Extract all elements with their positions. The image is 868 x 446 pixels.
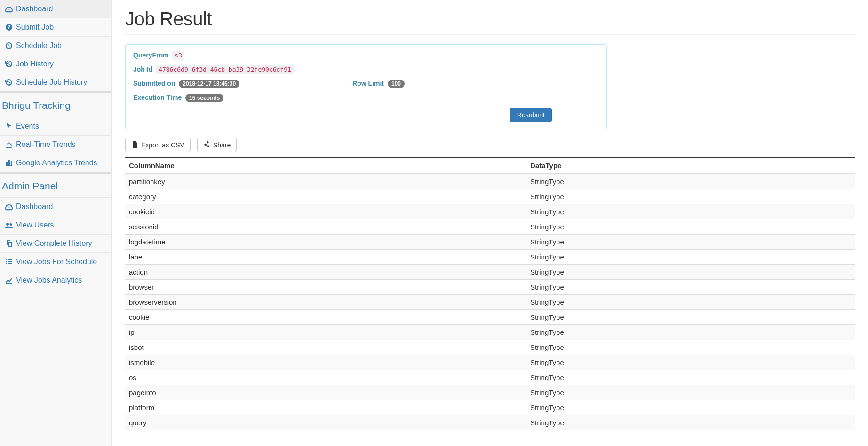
cell-columnname: action: [125, 265, 526, 280]
history-icon: [5, 60, 13, 68]
row-limit-value: 100: [388, 80, 405, 88]
share-button[interactable]: Share: [197, 138, 237, 152]
cell-datatype: StringType: [526, 340, 855, 355]
sidebar-item-view-users[interactable]: View Users: [0, 216, 111, 234]
cell-datatype: StringType: [526, 310, 855, 325]
sidebar-item-label: View Complete History: [16, 239, 92, 248]
table-row: platformStringType: [125, 400, 855, 415]
cell-datatype: StringType: [526, 250, 855, 265]
history-icon: [5, 79, 13, 86]
main-content: Job Result QueryFrom s3 Job Id 4786c6d9-…: [112, 0, 868, 446]
table-row: ipStringType: [125, 325, 855, 340]
table-row: osStringType: [125, 370, 855, 385]
share-label: Share: [213, 141, 231, 149]
gauge-icon: [5, 203, 13, 211]
cell-datatype: StringType: [526, 325, 855, 340]
cell-datatype: StringType: [526, 219, 855, 235]
table-row: sessionidStringType: [125, 219, 855, 235]
sidebar-item-label: Google Analytics Trends: [16, 159, 97, 167]
file-icon: [131, 141, 139, 149]
sidebar-item-view-jobs-for-schedule[interactable]: View Jobs For Schedule: [0, 252, 111, 271]
query-from-label: QueryFrom: [133, 51, 168, 59]
job-id-label: Job Id: [133, 65, 152, 73]
sidebar-item-schedule-job[interactable]: Schedule Job: [0, 36, 111, 55]
cell-columnname: pageinfo: [125, 385, 526, 400]
cell-columnname: browser: [125, 280, 526, 295]
cell-columnname: cookie: [125, 310, 526, 325]
line-chart-icon: [5, 276, 13, 284]
table-header-datatype: DataType: [526, 157, 855, 174]
cell-columnname: cookieid: [125, 204, 526, 219]
cell-columnname: isbot: [125, 340, 526, 355]
table-row: labelStringType: [125, 250, 855, 265]
cell-columnname: label: [125, 250, 526, 265]
sidebar-item-label: Dashboard: [16, 5, 53, 13]
table-row: ismobileStringType: [125, 355, 855, 370]
sidebar-item-label: Schedule Job History: [16, 78, 87, 87]
sidebar-item-view-complete-history[interactable]: View Complete History: [0, 234, 111, 252]
table-header-columnname: ColumnName: [125, 157, 526, 174]
copy-icon: [5, 240, 13, 247]
exec-time-value: 15 seconds: [185, 94, 223, 102]
table-row: logdatetimeStringType: [125, 235, 855, 250]
sidebar-item-submit-job[interactable]: Submit Job: [0, 18, 111, 36]
gauge-icon: [5, 5, 13, 13]
cell-datatype: StringType: [526, 265, 855, 280]
exec-time-label: Execution Time: [133, 94, 182, 101]
table-row: queryStringType: [125, 415, 855, 430]
cell-columnname: os: [125, 370, 526, 385]
row-limit-label: Row Limit: [352, 80, 384, 87]
clock-icon: [5, 42, 13, 49]
sidebar-item-google-analytics-trends[interactable]: Google Analytics Trends: [0, 154, 111, 172]
cell-datatype: StringType: [526, 370, 855, 385]
query-from-value: s3: [172, 51, 184, 60]
cell-datatype: StringType: [526, 280, 855, 295]
sidebar-item-label: Dashboard: [16, 203, 53, 211]
table-row: categoryStringType: [125, 189, 855, 204]
sidebar-item-view-jobs-analytics[interactable]: View Jobs Analytics: [0, 271, 111, 289]
sidebar-item-label: Schedule Job: [16, 41, 62, 50]
pointer-icon: [5, 122, 13, 130]
submitted-row: Submitted on 2018-12-17 13:45:30: [133, 80, 239, 87]
cell-columnname: ip: [125, 325, 526, 340]
table-row: isbotStringType: [125, 340, 855, 355]
job-id-row: Job Id 4786c6d9-6f3d-46cb-ba39-32fe90c6d…: [133, 65, 599, 73]
query-from-row: QueryFrom s3: [133, 51, 599, 59]
cell-columnname: query: [125, 415, 526, 430]
table-row: cookieStringType: [125, 310, 855, 325]
sidebar-item-label: Events: [16, 122, 39, 130]
job-id-value: 4786c6d9-6f3d-46cb-ba39-32fe90c6df91: [156, 65, 294, 74]
sidebar-item-real-time-trends[interactable]: Real-Time Trends: [0, 135, 111, 154]
sidebar-item-label: Real-Time Trends: [16, 140, 76, 149]
sidebar-item-label: View Jobs Analytics: [16, 276, 82, 284]
question-icon: [5, 24, 13, 31]
sidebar-item-label: Submit Job: [16, 23, 54, 32]
export-csv-label: Export as CSV: [141, 141, 184, 149]
table-row: pageinfoStringType: [125, 385, 855, 400]
users-icon: [5, 221, 13, 229]
sidebar-item-dashboard[interactable]: Dashboard: [0, 198, 111, 216]
page-title: Job Result: [125, 8, 855, 35]
sidebar-item-dashboard[interactable]: Dashboard: [0, 0, 111, 18]
cell-columnname: browserversion: [125, 295, 526, 310]
area-chart-icon: [5, 141, 13, 148]
list-icon: [5, 258, 13, 266]
export-csv-button[interactable]: Export as CSV: [125, 138, 191, 152]
sidebar-item-label: Job History: [16, 60, 54, 68]
cell-columnname: platform: [125, 400, 526, 415]
cell-datatype: StringType: [526, 174, 855, 189]
sidebar-item-events[interactable]: Events: [0, 117, 111, 135]
cell-columnname: logdatetime: [125, 235, 526, 250]
submitted-value: 2018-12-17 13:45:30: [179, 80, 239, 88]
resubmit-button[interactable]: Resubmit: [510, 108, 552, 122]
submitted-label: Submitted on: [133, 80, 175, 87]
cell-datatype: StringType: [526, 235, 855, 250]
cell-datatype: StringType: [526, 385, 855, 400]
cell-columnname: sessionid: [125, 219, 526, 235]
cell-datatype: StringType: [526, 204, 855, 219]
sidebar-item-job-history[interactable]: Job History: [0, 55, 111, 73]
sidebar-item-schedule-job-history[interactable]: Schedule Job History: [0, 73, 111, 91]
sidebar-section-admin: Admin Panel: [0, 172, 111, 198]
share-icon: [203, 141, 211, 149]
row-limit-row: Row Limit 100: [352, 80, 405, 87]
